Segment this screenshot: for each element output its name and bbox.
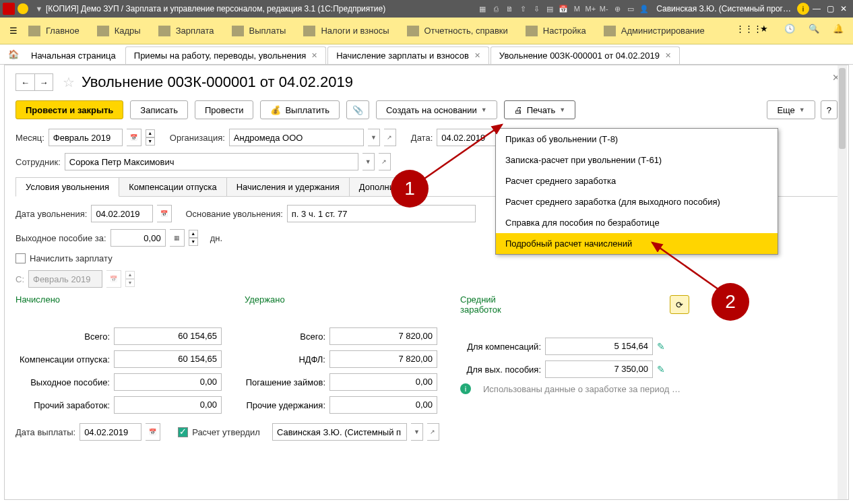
accrued-total-value: 60 154,65 xyxy=(114,327,222,345)
menu-payments[interactable]: Выплаты xyxy=(232,26,286,36)
minimize-button[interactable]: — xyxy=(810,4,823,13)
main-menu: ☰ Главное Кадры Зарплата Выплаты Налоги … xyxy=(0,18,853,44)
help-button[interactable]: ? xyxy=(821,100,838,119)
accrue-salary-checkbox[interactable] xyxy=(15,253,26,263)
menu-personnel[interactable]: Кадры xyxy=(97,26,141,36)
dropdown-icon[interactable]: ▼ xyxy=(368,129,380,146)
menu-hamburger-icon[interactable]: ☰ xyxy=(5,23,22,39)
nav-forward-button[interactable]: → xyxy=(34,73,53,91)
print-item-t8[interactable]: Приказ об увольнении (Т-8) xyxy=(496,129,778,150)
open-icon[interactable]: ↗ xyxy=(427,423,439,441)
menu-reports[interactable]: Отчетность, справки xyxy=(407,26,508,36)
print-item-avg[interactable]: Расчет среднего заработка xyxy=(496,170,778,191)
menu-main[interactable]: Главное xyxy=(28,26,80,36)
approver-input[interactable]: Савинская З.Ю. (Системный п xyxy=(272,423,407,441)
severance-input[interactable]: 0,00 xyxy=(110,229,166,247)
close-icon[interactable]: ✕ xyxy=(665,51,671,60)
post-and-close-button[interactable]: Провести и закрыть xyxy=(15,100,123,119)
accrued-sev-label: Выходное пособие: xyxy=(15,377,110,387)
refresh-button[interactable]: ⟳ xyxy=(670,295,689,314)
accrued-other-label: Прочий заработок: xyxy=(15,400,110,410)
percent-icon xyxy=(303,26,315,36)
home-icon[interactable]: 🏠 xyxy=(4,44,23,64)
zoom-icon[interactable]: ⊕ xyxy=(611,3,623,15)
window-icon[interactable]: ▭ xyxy=(625,3,637,15)
favorite-star-icon[interactable]: ☆ xyxy=(63,74,75,90)
employee-input[interactable]: Сорока Петр Максимович xyxy=(65,153,358,170)
calendar-icon[interactable]: 📅 xyxy=(127,129,141,146)
vertical-scrollbar[interactable] xyxy=(838,65,847,499)
favorites-icon[interactable]: ★ xyxy=(760,24,775,38)
m-icon[interactable]: M xyxy=(571,3,583,15)
tab-accrual[interactable]: Начисление зарплаты и взносов✕ xyxy=(327,46,489,64)
menu-salary[interactable]: Зарплата xyxy=(158,26,214,36)
withheld-loan-label: Погашение займов: xyxy=(245,377,325,387)
tab-accruals[interactable]: Начисления и удержания xyxy=(226,177,350,196)
paydate-input[interactable]: 04.02.2019 xyxy=(80,423,141,441)
date-input[interactable]: 04.02.2019 xyxy=(437,129,499,146)
maximize-button[interactable]: ▢ xyxy=(823,4,837,13)
edit-icon[interactable]: ✎ xyxy=(657,341,665,352)
print-icon[interactable]: ⎙ xyxy=(490,3,502,15)
apps-icon[interactable]: ⋮⋮⋮ xyxy=(736,24,751,38)
print-item-detailed[interactable]: Подробный расчет начислений xyxy=(496,233,778,254)
dropdown-icon[interactable]: ▼ xyxy=(362,153,375,170)
info-icon[interactable]: i xyxy=(460,383,471,394)
print-button[interactable]: 🖨Печать▼ xyxy=(504,100,576,119)
tab-hiring[interactable]: Приемы на работу, переводы, увольнения✕ xyxy=(125,46,326,64)
export-icon[interactable]: ⇧ xyxy=(517,3,529,15)
tab-dismissal[interactable]: Увольнение 00ЗК-000001 от 04.02.2019✕ xyxy=(491,46,680,64)
menu-settings[interactable]: Настройка xyxy=(526,26,586,36)
nav-back-button[interactable]: ← xyxy=(15,73,34,91)
menu-admin[interactable]: Администрирование xyxy=(604,26,705,36)
import-icon[interactable]: ⇩ xyxy=(530,3,542,15)
calendar-icon[interactable]: 📅 xyxy=(157,205,172,222)
dismiss-date-label: Дата увольнения: xyxy=(15,209,87,219)
more-button[interactable]: Еще▼ xyxy=(767,100,815,119)
withheld-ndfl-label: НДФЛ: xyxy=(245,354,325,365)
dropdown-icon[interactable]: ▼ xyxy=(33,3,45,15)
severance-spinner[interactable]: ▲▼ xyxy=(189,230,198,246)
print-item-avg-sev[interactable]: Расчет среднего заработка (для выходного… xyxy=(496,191,778,212)
tab-conditions[interactable]: Условия увольнения xyxy=(15,177,119,197)
tab-compensations[interactable]: Компенсации отпуска xyxy=(119,177,227,196)
history-icon[interactable]: 🕓 xyxy=(784,24,799,38)
calendar-icon[interactable]: 📅 xyxy=(146,423,160,441)
post-button[interactable]: Провести xyxy=(195,100,254,119)
calendar-icon[interactable]: 📅 xyxy=(557,3,569,15)
toolbar-icon[interactable]: ▦ xyxy=(476,3,488,15)
create-based-button[interactable]: Создать на основании▼ xyxy=(376,100,497,119)
search-icon[interactable]: 🔍 xyxy=(809,24,823,38)
from-label: С: xyxy=(15,274,24,284)
accrued-other-value: 0,00 xyxy=(114,396,222,414)
notifications-icon[interactable]: 🔔 xyxy=(833,24,848,38)
pay-button[interactable]: 💰Выплатить xyxy=(260,100,340,119)
dismiss-date-input[interactable]: 04.02.2019 xyxy=(91,205,153,222)
doc-icon[interactable]: 🗎 xyxy=(503,3,515,15)
menu-taxes[interactable]: Налоги и взносы xyxy=(303,26,389,36)
month-input[interactable]: Февраль 2019 xyxy=(49,129,123,146)
calc-icon[interactable]: ▦ xyxy=(170,229,185,247)
close-button[interactable]: ✕ xyxy=(837,4,850,13)
month-spinner[interactable]: ▲▼ xyxy=(146,129,155,146)
open-icon[interactable]: ↗ xyxy=(379,153,391,170)
mplus-icon[interactable]: M+ xyxy=(584,3,596,15)
edit-icon[interactable]: ✎ xyxy=(657,364,665,375)
info-icon[interactable]: i xyxy=(797,3,809,15)
tab-home[interactable]: Начальная страница xyxy=(23,46,124,64)
user-name[interactable]: Савинская З.Ю. (Системный прог… xyxy=(656,4,791,13)
approved-checkbox[interactable]: ✓ xyxy=(178,427,188,437)
org-input[interactable]: Андромеда ООО xyxy=(229,129,364,146)
open-icon[interactable]: ↗ xyxy=(384,129,396,146)
print-item-t61[interactable]: Записка-расчет при увольнении (Т-61) xyxy=(496,150,778,170)
calc-icon[interactable]: ▤ xyxy=(544,3,556,15)
print-item-unemployment[interactable]: Справка для пособия по безработице xyxy=(496,212,778,233)
dropdown-icon[interactable]: ▼ xyxy=(411,423,423,441)
scrollbar-thumb[interactable] xyxy=(839,68,846,149)
close-icon[interactable]: ✕ xyxy=(311,51,317,60)
save-button[interactable]: Записать xyxy=(130,100,188,119)
close-icon[interactable]: ✕ xyxy=(474,51,480,60)
reason-input[interactable]: п. 3 ч. 1 ст. 77 xyxy=(287,205,476,222)
mminus-icon[interactable]: M- xyxy=(598,3,610,15)
attach-button[interactable]: 📎 xyxy=(346,100,369,119)
